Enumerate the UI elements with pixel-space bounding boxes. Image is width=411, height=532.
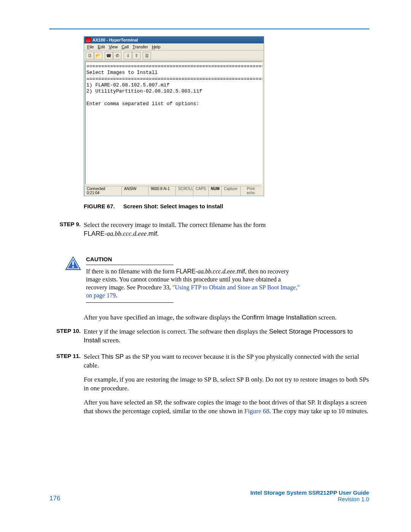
- step-10-text: Enter y if the image selection is correc…: [84, 328, 369, 345]
- after-caution-paragraph: After you have specified an image, the s…: [84, 313, 369, 322]
- caution-icon: [65, 256, 86, 305]
- menu-edit[interactable]: Edit: [96, 44, 107, 50]
- receive-icon[interactable]: ⇧: [132, 52, 140, 59]
- figure-68-link[interactable]: Figure 68: [244, 407, 269, 415]
- step-11-p3: After you have selected an SP, the softw…: [84, 398, 369, 416]
- page-number: 176: [49, 495, 60, 502]
- window-titlebar: AX100 - HyperTerminal: [84, 37, 264, 43]
- caution-text: If there is no filename with the form FL…: [86, 267, 301, 299]
- app-system-icon: [86, 37, 91, 43]
- status-scroll: SCROLL: [175, 186, 193, 196]
- step-11-label: STEP 11.: [49, 353, 84, 359]
- disconnect-icon[interactable]: ✆: [113, 52, 121, 59]
- status-capture: Capture: [221, 186, 240, 196]
- step-9-text: Select the recovery image to install. Th…: [84, 221, 369, 238]
- send-icon[interactable]: ⇩: [124, 52, 132, 59]
- status-printecho: Print echo: [240, 186, 261, 196]
- svg-rect-2: [72, 261, 74, 265]
- status-caps: CAPS: [193, 186, 208, 196]
- open-file-icon[interactable]: 📂: [94, 52, 102, 59]
- terminal-text: ========================================…: [86, 62, 262, 109]
- step-10-label: STEP 10.: [49, 328, 84, 334]
- menu-help[interactable]: Help: [150, 44, 162, 50]
- figure-caption: FIGURE 67. Screen Shot: Select Images to…: [84, 203, 369, 209]
- window-title: AX100 - HyperTerminal: [92, 38, 138, 42]
- header-rule: [49, 29, 369, 29]
- caution-rule-top: [86, 265, 174, 265]
- svg-point-3: [72, 266, 74, 268]
- status-connected: Connected 0:21:04: [84, 186, 121, 196]
- step-11-p1: Select This SP as the SP you want to rec…: [84, 353, 369, 370]
- status-num: NUM: [208, 186, 221, 196]
- footer-revision: Revision 1.0: [250, 496, 369, 502]
- status-emulation: ANSIW: [121, 186, 148, 196]
- properties-icon[interactable]: ☰: [143, 52, 151, 59]
- connect-icon[interactable]: ☎: [105, 52, 113, 59]
- caution-block: CAUTION If there is no filename with the…: [65, 256, 369, 305]
- caution-rule-bottom: [86, 302, 174, 303]
- window-toolbar: 🗋 📂 ☎ ✆ ⇩ ⇧ ☰: [84, 51, 264, 61]
- step-11-p2: For example, if you are restoring the im…: [84, 375, 369, 393]
- footer-guide-title: Intel Storage System SSR212PP User Guide: [250, 489, 369, 496]
- figure-caption-text: Screen Shot: Select Images to Install: [123, 203, 223, 209]
- hyperterminal-window: AX100 - HyperTerminal File Edit View Cal…: [84, 36, 264, 196]
- window-statusbar: Connected 0:21:04 ANSIW 9600 8-N-1 SCROL…: [84, 185, 264, 196]
- caution-heading: CAUTION: [86, 256, 301, 262]
- figure-label: FIGURE 67.: [84, 203, 115, 209]
- menu-file[interactable]: File: [86, 44, 96, 50]
- step-9-label: STEP 9.: [49, 221, 84, 227]
- menu-call[interactable]: Call: [120, 44, 130, 50]
- figure-screenshot: AX100 - HyperTerminal File Edit View Cal…: [84, 36, 369, 196]
- new-file-icon[interactable]: 🗋: [86, 52, 94, 59]
- window-menubar[interactable]: File Edit View Call Transfer Help: [84, 43, 264, 51]
- status-port: 9600 8-N-1: [148, 186, 175, 196]
- page-footer: 176 Intel Storage System SSR212PP User G…: [49, 489, 369, 502]
- menu-transfer[interactable]: Transfer: [131, 44, 150, 50]
- menu-view[interactable]: View: [107, 44, 119, 50]
- terminal-client-area[interactable]: ========================================…: [85, 61, 263, 185]
